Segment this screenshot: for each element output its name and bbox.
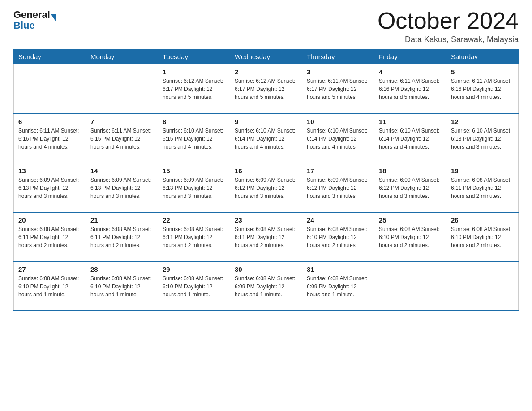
day-info: Sunrise: 6:12 AM Sunset: 6:17 PM Dayligh…	[163, 77, 225, 101]
calendar-table: SundayMondayTuesdayWednesdayThursdayFrid…	[13, 49, 519, 311]
col-header-wednesday: Wednesday	[230, 49, 302, 64]
day-number: 5	[451, 68, 514, 76]
day-number: 31	[307, 265, 369, 273]
day-number: 30	[235, 265, 297, 273]
calendar-cell: 30Sunrise: 6:08 AM Sunset: 6:09 PM Dayli…	[230, 261, 302, 311]
week-row-2: 6Sunrise: 6:11 AM Sunset: 6:16 PM Daylig…	[14, 114, 519, 163]
day-info: Sunrise: 6:10 AM Sunset: 6:14 PM Dayligh…	[235, 127, 297, 151]
day-info: Sunrise: 6:11 AM Sunset: 6:16 PM Dayligh…	[451, 77, 514, 101]
day-info: Sunrise: 6:08 AM Sunset: 6:11 PM Dayligh…	[18, 225, 81, 249]
day-info: Sunrise: 6:08 AM Sunset: 6:11 PM Dayligh…	[90, 225, 153, 249]
calendar-cell	[446, 261, 519, 311]
calendar-cell: 2Sunrise: 6:12 AM Sunset: 6:17 PM Daylig…	[230, 64, 302, 114]
day-info: Sunrise: 6:09 AM Sunset: 6:12 PM Dayligh…	[379, 176, 442, 200]
calendar-cell: 4Sunrise: 6:11 AM Sunset: 6:16 PM Daylig…	[374, 64, 446, 114]
day-number: 15	[163, 167, 225, 175]
day-number: 26	[451, 216, 514, 224]
week-row-1: 1Sunrise: 6:12 AM Sunset: 6:17 PM Daylig…	[14, 64, 519, 114]
day-info: Sunrise: 6:08 AM Sunset: 6:11 PM Dayligh…	[451, 176, 514, 200]
day-info: Sunrise: 6:11 AM Sunset: 6:16 PM Dayligh…	[18, 127, 81, 151]
calendar-cell: 29Sunrise: 6:08 AM Sunset: 6:10 PM Dayli…	[158, 261, 230, 311]
day-number: 22	[163, 216, 225, 224]
day-number: 13	[18, 167, 81, 175]
day-number: 3	[307, 68, 369, 76]
day-info: Sunrise: 6:11 AM Sunset: 6:16 PM Dayligh…	[379, 77, 442, 101]
calendar-cell: 28Sunrise: 6:08 AM Sunset: 6:10 PM Dayli…	[86, 261, 158, 311]
day-info: Sunrise: 6:08 AM Sunset: 6:11 PM Dayligh…	[163, 225, 225, 249]
calendar-cell	[374, 261, 446, 311]
calendar-cell: 20Sunrise: 6:08 AM Sunset: 6:11 PM Dayli…	[14, 212, 86, 261]
logo-general-text: General	[13, 9, 50, 21]
day-info: Sunrise: 6:11 AM Sunset: 6:17 PM Dayligh…	[307, 77, 369, 101]
calendar-cell: 22Sunrise: 6:08 AM Sunset: 6:11 PM Dayli…	[158, 212, 230, 261]
day-info: Sunrise: 6:08 AM Sunset: 6:09 PM Dayligh…	[235, 274, 297, 299]
day-info: Sunrise: 6:08 AM Sunset: 6:10 PM Dayligh…	[90, 274, 153, 299]
day-number: 19	[451, 167, 514, 175]
calendar-cell: 31Sunrise: 6:08 AM Sunset: 6:09 PM Dayli…	[302, 261, 374, 311]
day-info: Sunrise: 6:09 AM Sunset: 6:13 PM Dayligh…	[90, 176, 153, 200]
day-number: 12	[451, 118, 514, 125]
day-number: 11	[379, 118, 442, 125]
day-info: Sunrise: 6:09 AM Sunset: 6:13 PM Dayligh…	[163, 176, 225, 200]
day-number: 16	[235, 167, 297, 175]
col-header-thursday: Thursday	[302, 49, 374, 64]
calendar-cell: 10Sunrise: 6:10 AM Sunset: 6:14 PM Dayli…	[302, 114, 374, 163]
day-number: 28	[90, 265, 153, 273]
day-info: Sunrise: 6:08 AM Sunset: 6:09 PM Dayligh…	[307, 274, 369, 299]
day-number: 24	[307, 216, 369, 224]
day-info: Sunrise: 6:09 AM Sunset: 6:12 PM Dayligh…	[235, 176, 297, 200]
day-number: 27	[18, 265, 81, 273]
day-info: Sunrise: 6:09 AM Sunset: 6:13 PM Dayligh…	[18, 176, 81, 200]
day-info: Sunrise: 6:12 AM Sunset: 6:17 PM Dayligh…	[235, 77, 297, 101]
col-header-saturday: Saturday	[446, 49, 519, 64]
calendar-cell: 13Sunrise: 6:09 AM Sunset: 6:13 PM Dayli…	[14, 163, 86, 212]
calendar-cell: 12Sunrise: 6:10 AM Sunset: 6:13 PM Dayli…	[446, 114, 519, 163]
calendar-cell: 18Sunrise: 6:09 AM Sunset: 6:12 PM Dayli…	[374, 163, 446, 212]
calendar-cell: 5Sunrise: 6:11 AM Sunset: 6:16 PM Daylig…	[446, 64, 519, 114]
header: General Blue October 2024 Data Kakus, Sa…	[13, 9, 519, 44]
day-number: 7	[90, 118, 153, 125]
calendar-cell	[14, 64, 86, 114]
day-number: 18	[379, 167, 442, 175]
calendar-cell: 27Sunrise: 6:08 AM Sunset: 6:10 PM Dayli…	[14, 261, 86, 311]
col-header-monday: Monday	[86, 49, 158, 64]
day-number: 2	[235, 68, 297, 76]
day-info: Sunrise: 6:10 AM Sunset: 6:13 PM Dayligh…	[451, 127, 514, 151]
week-row-4: 20Sunrise: 6:08 AM Sunset: 6:11 PM Dayli…	[14, 212, 519, 261]
day-number: 9	[235, 118, 297, 125]
day-number: 25	[379, 216, 442, 224]
calendar-cell: 6Sunrise: 6:11 AM Sunset: 6:16 PM Daylig…	[14, 114, 86, 163]
day-number: 20	[18, 216, 81, 224]
calendar-cell: 3Sunrise: 6:11 AM Sunset: 6:17 PM Daylig…	[302, 64, 374, 114]
day-info: Sunrise: 6:10 AM Sunset: 6:15 PM Dayligh…	[163, 127, 225, 151]
calendar-cell	[86, 64, 158, 114]
calendar-cell: 24Sunrise: 6:08 AM Sunset: 6:10 PM Dayli…	[302, 212, 374, 261]
calendar-cell: 1Sunrise: 6:12 AM Sunset: 6:17 PM Daylig…	[158, 64, 230, 114]
day-info: Sunrise: 6:10 AM Sunset: 6:14 PM Dayligh…	[307, 127, 369, 151]
calendar-cell: 23Sunrise: 6:08 AM Sunset: 6:11 PM Dayli…	[230, 212, 302, 261]
calendar-cell: 11Sunrise: 6:10 AM Sunset: 6:14 PM Dayli…	[374, 114, 446, 163]
day-number: 14	[90, 167, 153, 175]
day-number: 29	[163, 265, 225, 273]
day-info: Sunrise: 6:10 AM Sunset: 6:14 PM Dayligh…	[379, 127, 442, 151]
week-row-5: 27Sunrise: 6:08 AM Sunset: 6:10 PM Dayli…	[14, 261, 519, 311]
calendar-cell: 7Sunrise: 6:11 AM Sunset: 6:15 PM Daylig…	[86, 114, 158, 163]
calendar-cell: 14Sunrise: 6:09 AM Sunset: 6:13 PM Dayli…	[86, 163, 158, 212]
day-number: 10	[307, 118, 369, 125]
day-info: Sunrise: 6:08 AM Sunset: 6:10 PM Dayligh…	[163, 274, 225, 299]
calendar-cell: 26Sunrise: 6:08 AM Sunset: 6:10 PM Dayli…	[446, 212, 519, 261]
month-title: October 2024	[378, 9, 519, 32]
title-block: October 2024 Data Kakus, Sarawak, Malays…	[378, 9, 519, 44]
calendar-cell: 16Sunrise: 6:09 AM Sunset: 6:12 PM Dayli…	[230, 163, 302, 212]
day-info: Sunrise: 6:11 AM Sunset: 6:15 PM Dayligh…	[90, 127, 153, 151]
logo: General Blue	[13, 9, 56, 30]
day-info: Sunrise: 6:08 AM Sunset: 6:10 PM Dayligh…	[307, 225, 369, 249]
col-header-sunday: Sunday	[14, 49, 86, 64]
day-info: Sunrise: 6:08 AM Sunset: 6:10 PM Dayligh…	[451, 225, 514, 249]
logo-blue-text: Blue	[13, 21, 56, 30]
calendar-cell: 25Sunrise: 6:08 AM Sunset: 6:10 PM Dayli…	[374, 212, 446, 261]
calendar-cell: 15Sunrise: 6:09 AM Sunset: 6:13 PM Dayli…	[158, 163, 230, 212]
day-number: 4	[379, 68, 442, 76]
calendar-cell: 17Sunrise: 6:09 AM Sunset: 6:12 PM Dayli…	[302, 163, 374, 212]
day-info: Sunrise: 6:08 AM Sunset: 6:10 PM Dayligh…	[379, 225, 442, 249]
